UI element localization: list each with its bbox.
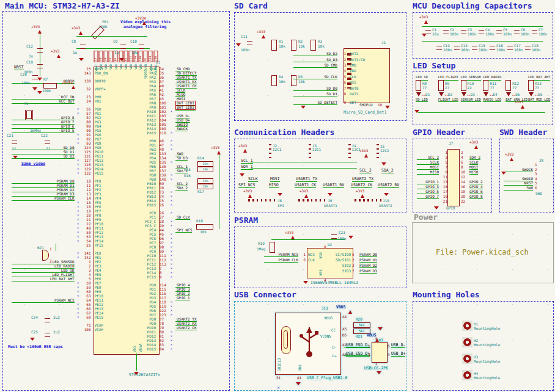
- mcu-pin-row[interactable]: PC0 26 ✕: [127, 211, 230, 215]
- mcu-pin-row[interactable]: ✕ 58 PE7: [12, 281, 123, 285]
- mcu-pin-row[interactable]: PD11 80 ✕: [127, 330, 230, 334]
- mcu-pin-row[interactable]: LED_RADIO 2 PE3: [12, 264, 123, 268]
- mcu-pin-row[interactable]: PSRAM_D1 11 PF1: [12, 183, 123, 187]
- capacitor-icon[interactable]: [45, 333, 50, 337]
- net-label[interactable]: USART1_CK: [295, 183, 316, 187]
- capacitor[interactable]: C2100n: [443, 27, 461, 36]
- capacitor[interactable]: C17100n: [507, 43, 525, 52]
- power-label[interactable]: +3V3: [243, 189, 252, 193]
- mcu-pin-row[interactable]: ✕ 53 PF13: [12, 234, 123, 239]
- psram-pin-row[interactable]: SO/SIO1 2 PSRAM_D1: [324, 257, 377, 263]
- esd-chip-body[interactable]: [372, 342, 388, 363]
- led-channel[interactable]: LED_SD R877 D1 SD_LED: [416, 75, 438, 101]
- capacitor[interactable]: C4100n: [479, 27, 496, 36]
- power-label[interactable]: +3V3: [72, 26, 80, 30]
- net-label[interactable]: SDA_2: [381, 169, 394, 173]
- mcu-pin-row[interactable]: PC11 112 ✕: [127, 258, 230, 262]
- capacitor[interactable]: C15100n: [472, 43, 490, 52]
- mcu-pin-row[interactable]: 32 VREF+: [12, 87, 123, 91]
- sd-pin-rows[interactable]: SD_D2 1 DAT2 SD_D3 2 DAT3/CD SD_CMD 3 CM…: [293, 51, 379, 106]
- mcu-pin-row[interactable]: PC3_C 29 ✕: [127, 223, 230, 228]
- mcu-pin-row[interactable]: PC9 99 ✕: [127, 249, 230, 253]
- net-label[interactable]: SCLK: [248, 177, 258, 181]
- vcap-note[interactable]: Must be <100mR ESR caps: [8, 345, 63, 349]
- power-label[interactable]: +3V3A: [62, 81, 73, 85]
- mcu-pin-row[interactable]: PB0 46 ✕: [127, 139, 230, 143]
- swd-rows[interactable]: 1 SWDCK 2 3 SWDIO 4 NRST 5 SWO 6: [504, 162, 537, 190]
- psram-pin-row[interactable]: SIO2 3 PSRAM_D2: [324, 263, 377, 268]
- mcu-pin-row[interactable]: PD8 77 USART2_TX: [127, 317, 230, 321]
- mcu-pin-row[interactable]: LED_SENSOR 1 PE2: [12, 260, 123, 264]
- net-label[interactable]: USART2_RX: [378, 183, 399, 187]
- section-usb[interactable]: J11 VBUS VBUS A4 CC A5 VCONN B5 D- A7 D+…: [234, 301, 406, 391]
- sd-pin-row[interactable]: SD_D1 8 DAT1: [293, 91, 379, 96]
- mcu-pin-row[interactable]: PA15 110 ✕: [127, 131, 230, 135]
- esd-refdes[interactable]: U3: [379, 338, 383, 342]
- mcu-pin-row[interactable]: PD9 78 USART2_RX: [127, 321, 230, 325]
- section-title-comm[interactable]: Communication Headers: [234, 128, 334, 137]
- mcu-pin-row[interactable]: 55 PF15: [12, 243, 123, 247]
- capacitor-icon[interactable]: [37, 48, 43, 53]
- mounting-hole[interactable]: H3MountingHole: [462, 350, 500, 367]
- mcu-pin-row[interactable]: PD3 117 GPIO_1: [127, 296, 230, 300]
- net-label[interactable]: USB_ESD_D+: [346, 352, 370, 356]
- capacitor-icon[interactable]: [139, 45, 144, 49]
- net-label-nrst[interactable]: NRST: [14, 65, 24, 70]
- mcu-pin-row[interactable]: PB11 70 SDA_2: [127, 186, 230, 190]
- net-label[interactable]: USART1_TX: [296, 177, 317, 181]
- mcu-pin-row[interactable]: PC1 27 SD_CLK: [127, 215, 230, 219]
- i2c-header[interactable]: J3I2C1: [309, 144, 321, 161]
- mcu-pin-row[interactable]: ✕ 54 PF14: [12, 239, 123, 243]
- gpio-row[interactable]: 11 12: [417, 174, 483, 179]
- gpio-row[interactable]: GPIO_1 13 14 GPIO_2: [417, 180, 483, 184]
- mcu-pin-row[interactable]: PA11 103 USB_D-: [127, 114, 230, 118]
- section-title-sd-card[interactable]: SD Card: [234, 1, 268, 10]
- mcu-pin-row[interactable]: PSRAM_D2 12 PF2: [12, 187, 123, 192]
- capacitor-icon[interactable]: [37, 64, 43, 68]
- gpio-row[interactable]: 1 2: [417, 150, 483, 154]
- mcu-pin-row[interactable]: PA5 41 SCLK: [127, 88, 230, 92]
- mcu-pin-row[interactable]: ✕ 65 PE12: [12, 302, 123, 307]
- mcu-pin-row[interactable]: PA6 42 MISO: [127, 92, 230, 96]
- mcu-pin-row[interactable]: PA0 34 SD_CMD: [127, 67, 230, 71]
- led-channel[interactable]: R1277 D5 BAT_GRN_LED: [505, 75, 527, 101]
- capacitor[interactable]: C16100n: [490, 43, 507, 52]
- mcu-pin-row[interactable]: PB14 75 ✕: [127, 198, 230, 203]
- mcu-pin-row[interactable]: SD_D2 126 PG11: [12, 154, 123, 158]
- mcu-pin-row[interactable]: ✕ 60 PE9: [12, 289, 123, 294]
- swd-pin-row[interactable]: 3: [504, 172, 537, 176]
- shield-label[interactable]: SHIELD: [359, 103, 373, 107]
- resistor-icon[interactable]: [311, 40, 316, 51]
- mcu-pin-row[interactable]: PB12 73 ✕: [127, 190, 230, 194]
- resistor-icon[interactable]: 5k1: [353, 322, 370, 328]
- mcu-pin-row[interactable]: SD_D0 124 PG9: [12, 145, 123, 150]
- capacitor[interactable]: C3100n: [461, 27, 479, 36]
- resistor-icon[interactable]: [291, 40, 296, 51]
- section-sd-card[interactable]: C11 100n +3V3 R1 10k R2 10k R3 10k R4 10…: [234, 12, 406, 121]
- psram-pin-row[interactable]: PSRAM_NCS 1 NCS: [264, 252, 315, 257]
- mcu-pin-row[interactable]: PSRAM_NCS 64 PE11: [12, 298, 123, 302]
- capacitor[interactable]: C6100n: [514, 27, 532, 36]
- psram-right-pins[interactable]: SI/SIO0 5 PSRAM_D0 SO/SIO1 2 PSRAM_D1 SI…: [324, 252, 377, 274]
- sd-connector-ref[interactable]: J1: [381, 41, 386, 45]
- net-label[interactable]: USB_D-: [391, 343, 405, 347]
- mcu-pin-row[interactable]: GPIO_6 89 PG4: [12, 124, 123, 128]
- capacitor-icon[interactable]: [12, 140, 17, 144]
- mcu-pin-row[interactable]: PA14 109 SWDCK: [127, 126, 230, 131]
- gpio-rows[interactable]: 1 2 SCL_2 3 4 SDA_2 SCLK 5 6 SCLK MOSI 7…: [417, 150, 483, 204]
- mcu-pin-row[interactable]: ✕ 91 PG6: [12, 132, 123, 137]
- mcu-pin-row[interactable]: ✕ 68 PE15: [12, 315, 123, 319]
- mcu-pin-row[interactable]: PC8 98 ✕: [127, 245, 230, 249]
- mcu-pin-row[interactable]: LED_FLIGHT 4 PE5: [12, 272, 123, 277]
- mcu-pin-row[interactable]: LED_SD 3 PE4: [12, 268, 123, 272]
- resistor-icon[interactable]: [43, 83, 57, 89]
- net-label[interactable]: USART2_TX: [352, 177, 373, 181]
- section-led-setup[interactable]: LED_SD R877 D1 SD_LED LED_FLIGHT R927 D2…: [413, 71, 553, 125]
- power-label[interactable]: +3V3: [356, 189, 364, 193]
- mcu-pin-row[interactable]: ✕ 92 PG7: [12, 137, 123, 141]
- mcu-pin-row[interactable]: PB5 135 ✕: [127, 160, 230, 164]
- mcu-pin-row[interactable]: RCC_OUT 24 PH1: [12, 99, 123, 103]
- power-label[interactable]: +3V3: [257, 30, 265, 34]
- usb-part-name[interactable]: USB_C_Plug_USB2.0: [307, 376, 348, 380]
- mcu-pin-row[interactable]: PSRAM_D0 10 PF0: [12, 179, 123, 183]
